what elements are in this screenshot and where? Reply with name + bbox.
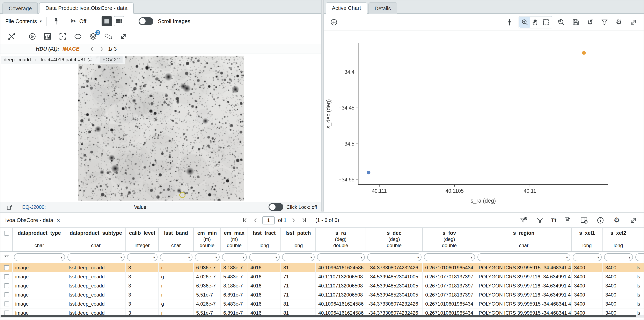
chevron-down-icon[interactable]: ▾ bbox=[310, 255, 312, 259]
column-filter-input[interactable] bbox=[638, 254, 644, 260]
column-header-lsst_patch[interactable]: lsst_patchlong bbox=[281, 228, 316, 251]
fits-image-canvas[interactable] bbox=[78, 56, 244, 201]
column-filter-input-s_ra[interactable] bbox=[320, 254, 360, 260]
scrollbar-thumb[interactable] bbox=[1, 315, 636, 317]
click-lock-toggle[interactable] bbox=[268, 203, 283, 211]
column-header-s_ra[interactable]: s_ra(deg)double bbox=[316, 228, 366, 251]
column-filter-input-dataproduct_subtype[interactable] bbox=[70, 254, 120, 260]
column-header-s_fov[interactable]: s_fov(deg)double bbox=[423, 228, 476, 251]
prev-page-icon[interactable] bbox=[252, 216, 259, 224]
chart-point-selected[interactable] bbox=[366, 171, 370, 175]
add-column-icon[interactable] bbox=[578, 215, 589, 226]
column-filter-input-s_xel1[interactable] bbox=[575, 254, 597, 260]
chart-svg[interactable]: −34.4−34.45−34.5−34.5540.11140.110540.11… bbox=[324, 31, 644, 212]
chart-point-highlighted[interactable] bbox=[582, 51, 586, 55]
recenter-icon[interactable] bbox=[58, 32, 68, 41]
hdu-next-button[interactable] bbox=[98, 46, 105, 52]
expand-chart-icon[interactable] bbox=[628, 17, 639, 27]
column-filter-input-s_region[interactable] bbox=[480, 254, 566, 260]
table-row[interactable]: imagelsst.deep_coadd3g4.026e-75.483e-740… bbox=[0, 272, 644, 281]
expand-table-icon[interactable] bbox=[628, 215, 639, 226]
chevron-down-icon[interactable]: ▾ bbox=[275, 255, 277, 259]
tools-icon[interactable] bbox=[6, 32, 16, 41]
text-view-icon[interactable]: Tt bbox=[551, 217, 556, 223]
column-header-calib_level[interactable]: calib_levelinteger bbox=[126, 228, 159, 251]
stretch-histogram-icon[interactable] bbox=[42, 32, 52, 41]
chevron-down-icon[interactable]: ▾ bbox=[153, 255, 155, 259]
pin-chart-icon[interactable] bbox=[504, 17, 515, 27]
first-page-icon[interactable] bbox=[241, 216, 248, 224]
save-table-icon[interactable] bbox=[562, 215, 573, 226]
restore-chart-icon[interactable]: ↺ bbox=[585, 17, 596, 27]
tab-coverage[interactable]: Coverage bbox=[2, 3, 38, 14]
filter-chart-icon[interactable] bbox=[599, 17, 610, 27]
last-page-icon[interactable] bbox=[300, 216, 308, 224]
table-row[interactable]: imagelsst.deep_coadd3i6.936e-78.188e-740… bbox=[0, 263, 644, 272]
column-filter-input-em_min[interactable] bbox=[198, 254, 215, 260]
next-page-icon[interactable] bbox=[290, 216, 297, 224]
chevron-down-icon[interactable]: ▾ bbox=[61, 255, 62, 259]
chevron-down-icon[interactable]: ▾ bbox=[566, 255, 568, 259]
close-icon[interactable]: × bbox=[56, 217, 60, 224]
column-filter-input-lsst_band[interactable] bbox=[162, 254, 188, 260]
table-settings-icon[interactable]: ⚙ bbox=[612, 215, 622, 226]
box-select-icon[interactable] bbox=[541, 17, 552, 27]
zoom-in-icon[interactable] bbox=[520, 17, 530, 27]
row-checkbox[interactable] bbox=[4, 301, 9, 306]
zoom-original-icon[interactable]: 1x bbox=[556, 17, 567, 27]
chevron-down-icon[interactable]: ▾ bbox=[120, 255, 122, 259]
pin-icon[interactable] bbox=[51, 16, 61, 26]
chevron-down-icon[interactable]: ▾ bbox=[471, 255, 472, 259]
column-filter-input-lsst_patch[interactable] bbox=[284, 254, 310, 260]
expand-icon[interactable] bbox=[118, 32, 128, 41]
color-palette-icon[interactable] bbox=[27, 32, 37, 41]
unlink-wcs-icon[interactable] bbox=[103, 32, 113, 41]
column-header-partial[interactable] bbox=[634, 228, 644, 251]
column-header-lsst_band[interactable]: lsst_bandchar bbox=[159, 228, 194, 251]
clear-filter-icon[interactable] bbox=[518, 215, 529, 226]
table-row[interactable]: imagelsst.deep_coadd3r5.51e-76.891e-7401… bbox=[0, 290, 644, 299]
table-row[interactable]: imagelsst.deep_coadd3i6.936e-78.188e-740… bbox=[0, 281, 644, 290]
row-checkbox[interactable] bbox=[4, 283, 9, 288]
chevron-down-icon[interactable]: ▾ bbox=[417, 255, 419, 259]
column-header-em_min[interactable]: em_min(m)double bbox=[194, 228, 221, 251]
row-checkbox[interactable] bbox=[4, 274, 9, 279]
tab-active-chart[interactable]: Active Chart bbox=[326, 3, 367, 14]
column-header-em_max[interactable]: em_max(m)double bbox=[221, 228, 248, 251]
column-header-s_xel2[interactable]: s_xel2long bbox=[603, 228, 634, 251]
layers-icon[interactable]: 2 bbox=[88, 32, 98, 41]
column-filter-input-s_xel2[interactable] bbox=[606, 254, 628, 260]
region-ellipse-icon[interactable] bbox=[73, 32, 83, 41]
chart-settings-icon[interactable]: ⚙ bbox=[614, 17, 624, 27]
column-filter-input-s_fov[interactable] bbox=[426, 254, 471, 260]
grid-view-button[interactable] bbox=[114, 16, 124, 26]
save-chart-icon[interactable] bbox=[570, 17, 581, 27]
column-header-dataproduct_subtype[interactable]: dataproduct_subtypechar bbox=[66, 228, 126, 251]
popout-icon[interactable] bbox=[4, 202, 14, 212]
add-chart-icon[interactable] bbox=[328, 17, 339, 27]
cut-button[interactable]: ✂ Off bbox=[70, 18, 86, 25]
info-icon[interactable] bbox=[595, 215, 606, 226]
chevron-down-icon[interactable]: ▾ bbox=[597, 255, 599, 259]
column-filter-input-dataproduct_type[interactable] bbox=[16, 254, 61, 260]
table-row[interactable]: imagelsst.deep_coadd3g4.026e-75.483e-740… bbox=[0, 299, 644, 308]
tab-details[interactable]: Details bbox=[368, 3, 397, 14]
column-filter-input-lsst_tract[interactable] bbox=[252, 254, 275, 260]
page-number-input[interactable] bbox=[262, 216, 275, 224]
column-header-dataproduct_type[interactable]: dataproduct_typechar bbox=[13, 228, 66, 251]
filter-icon[interactable] bbox=[534, 215, 545, 226]
table-tab[interactable]: ivoa.ObsCore - data × bbox=[5, 217, 60, 224]
column-filter-input-em_max[interactable] bbox=[224, 254, 242, 260]
single-view-button[interactable] bbox=[102, 16, 112, 26]
fits-image-area[interactable]: deep_coadd - i - tract=4016 patch=81 (#…… bbox=[0, 54, 321, 202]
hdu-prev-button[interactable] bbox=[88, 46, 95, 52]
pan-hand-icon[interactable] bbox=[530, 17, 541, 27]
horizontal-scrollbar[interactable] bbox=[0, 315, 644, 317]
row-checkbox[interactable] bbox=[4, 292, 9, 297]
file-contents-dropdown[interactable]: File Contents ▾ bbox=[5, 18, 42, 24]
chevron-down-icon[interactable]: ▾ bbox=[188, 255, 190, 259]
column-filter-input-s_dec[interactable] bbox=[370, 254, 417, 260]
select-all-checkbox[interactable] bbox=[4, 231, 9, 236]
chevron-down-icon[interactable]: ▾ bbox=[360, 255, 362, 259]
column-header-lsst_tract[interactable]: lsst_tractlong bbox=[248, 228, 281, 251]
